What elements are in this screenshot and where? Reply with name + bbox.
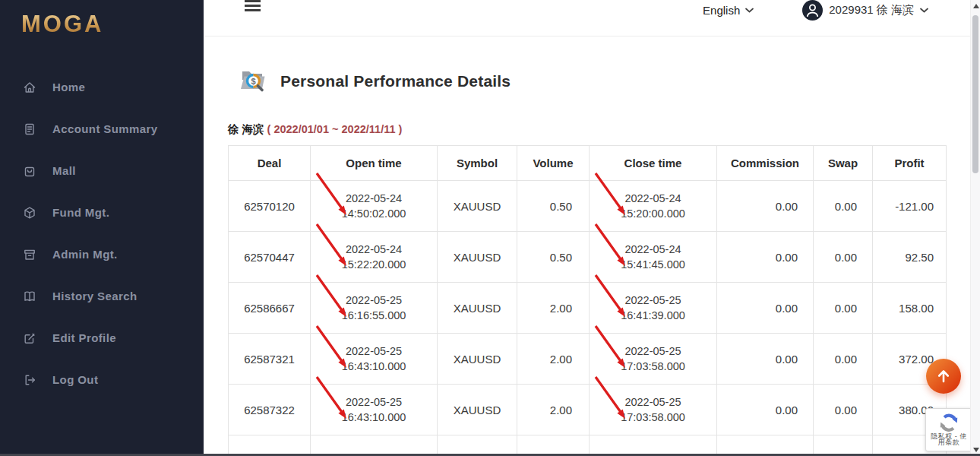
table-row: 62586667 2022-05-2516:16:55.000 XAUUSD 2… <box>229 283 947 334</box>
column-header-profit: Profit <box>873 146 947 181</box>
commission-cell: 0.00 <box>717 181 814 232</box>
sidebar: MOGA Home Account Summary Mall Fund Mgt.… <box>0 0 204 456</box>
symbol-cell: XAUUSD <box>438 334 517 385</box>
main-content: English 2029931 徐 海滨 $ Perso <box>204 0 970 456</box>
performance-table: DealOpen timeSymbolVolumeClose timeCommi… <box>228 145 947 456</box>
symbol-cell: XAUUSD <box>438 181 517 232</box>
up-arrow-icon <box>936 369 951 384</box>
hamburger-menu-icon[interactable] <box>245 0 261 14</box>
profit-cell: -121.00 <box>873 181 947 232</box>
swap-cell <box>814 435 873 456</box>
close-time-cell: 2022-05-2415:41:45.000 <box>590 232 717 283</box>
swap-cell: 0.00 <box>814 283 873 334</box>
column-header-swap: Swap <box>814 146 873 181</box>
sidebar-item-admin-mgt[interactable]: Admin Mgt. <box>0 233 204 275</box>
page-title: Personal Performance Details <box>280 72 511 90</box>
volume-cell: 0.50 <box>517 181 590 232</box>
table-row: 62570447 2022-05-2415:22:20.000 XAUUSD 0… <box>229 232 947 283</box>
sidebar-menu: Home Account Summary Mall Fund Mgt. Admi… <box>0 66 204 401</box>
deal-cell: 62570447 <box>229 232 311 283</box>
open-time-cell: 2022-05-25 <box>311 435 438 456</box>
sidebar-item-edit-profile[interactable]: Edit Profile <box>0 317 204 359</box>
sidebar-item-fund-mgt[interactable]: Fund Mgt. <box>0 192 204 233</box>
sidebar-item-label: Home <box>52 81 85 93</box>
recaptcha-badge[interactable]: 隐私权 - 使 用条款 <box>925 408 972 451</box>
close-time-cell: 2022-05-2415:20:00.000 <box>590 181 717 232</box>
vertical-scrollbar[interactable] <box>970 0 980 456</box>
commission-cell <box>717 435 814 456</box>
column-header-close-time: Close time <box>590 146 717 181</box>
deal-cell: 62586667 <box>229 283 311 334</box>
close-time-cell: 2022-05-2517:03:58.000 <box>590 334 717 385</box>
sidebar-item-home[interactable]: Home <box>0 66 204 108</box>
symbol-cell <box>438 435 517 456</box>
deal-cell: 62570120 <box>229 181 311 232</box>
open-time-cell: 2022-05-2414:50:02.000 <box>311 181 438 232</box>
scrollbar-down-arrow-icon[interactable] <box>973 448 979 452</box>
sidebar-item-label: Admin Mgt. <box>52 248 118 261</box>
close-time-cell: 2022-05-2516:41:39.000 <box>590 283 717 334</box>
table-row: 62587321 2022-05-2516:43:10.000 XAUUSD 2… <box>229 334 947 385</box>
open-time-cell: 2022-05-2516:16:55.000 <box>311 283 438 334</box>
volume-cell: 0.50 <box>517 232 590 283</box>
scrollbar-thumb[interactable] <box>972 15 978 173</box>
shopping-bag-icon <box>23 164 36 178</box>
open-book-icon <box>23 290 36 303</box>
column-header-deal: Deal <box>229 146 311 181</box>
report-date-range: ( 2022/01/01 ~ 2022/11/11 ) <box>267 123 403 135</box>
sidebar-item-label: Edit Profile <box>52 331 116 344</box>
edit-icon <box>23 331 36 345</box>
sidebar-item-mall[interactable]: Mall <box>0 150 204 192</box>
volume-cell: 2.00 <box>517 385 590 435</box>
logout-icon <box>23 373 36 387</box>
user-menu[interactable]: 2029931 徐 海滨 <box>802 0 928 21</box>
table-row: 62587322 2022-05-2516:43:10.000 XAUUSD 2… <box>229 385 947 435</box>
chevron-down-icon <box>745 8 754 13</box>
scrollbar-up-arrow-icon[interactable] <box>973 4 979 8</box>
swap-cell: 0.00 <box>814 232 873 283</box>
profit-cell: 158.00 <box>873 283 947 334</box>
swap-cell: 0.00 <box>814 334 873 385</box>
archive-icon <box>23 248 36 261</box>
commission-cell: 0.00 <box>717 283 814 334</box>
sidebar-item-log-out[interactable]: Log Out <box>0 359 204 401</box>
open-time-cell: 2022-05-2516:43:10.000 <box>311 385 438 435</box>
table-header-row: DealOpen timeSymbolVolumeClose timeCommi… <box>229 146 947 181</box>
performance-folder-icon: $ <box>239 68 268 93</box>
topbar: English 2029931 徐 海滨 <box>204 0 970 36</box>
profit-cell: 92.50 <box>873 232 947 283</box>
home-icon <box>23 81 36 94</box>
deal-cell: 62587321 <box>229 334 311 385</box>
user-id-label: 2029931 徐 海滨 <box>829 3 914 17</box>
sidebar-item-history-search[interactable]: History Search <box>0 275 204 317</box>
language-selector[interactable]: English <box>703 4 754 17</box>
sidebar-item-label: Log Out <box>52 373 98 386</box>
symbol-cell: XAUUSD <box>438 385 517 435</box>
column-header-volume: Volume <box>517 146 590 181</box>
language-label: English <box>703 4 740 17</box>
scroll-to-top-button[interactable] <box>926 359 961 394</box>
cube-icon <box>23 206 36 220</box>
report-subtitle: 徐 海滨 ( 2022/01/01 ~ 2022/11/11 ) <box>228 122 402 137</box>
user-avatar-icon <box>802 0 823 21</box>
table-row: 2022-05-25 2022-05-25 <box>229 435 947 456</box>
table-row: 62570120 2022-05-2414:50:02.000 XAUUSD 0… <box>229 181 947 232</box>
swap-cell: 0.00 <box>814 181 873 232</box>
sidebar-item-account-summary[interactable]: Account Summary <box>0 108 204 150</box>
recaptcha-privacy-label[interactable]: 隐私权 - 使 用条款 <box>931 433 967 445</box>
column-header-commission: Commission <box>717 146 814 181</box>
sidebar-item-label: Fund Mgt. <box>52 206 109 219</box>
sidebar-item-label: Account Summary <box>52 122 158 135</box>
page-header: $ Personal Performance Details <box>239 68 511 93</box>
column-header-symbol: Symbol <box>438 146 517 181</box>
swap-cell: 0.00 <box>814 385 873 435</box>
commission-cell: 0.00 <box>717 334 814 385</box>
topbar-right: English 2029931 徐 海滨 <box>703 0 928 21</box>
deal-cell <box>229 435 311 456</box>
chevron-down-icon <box>920 8 928 13</box>
commission-cell: 0.00 <box>717 232 814 283</box>
document-icon <box>23 122 36 136</box>
column-header-open-time: Open time <box>311 146 438 181</box>
symbol-cell: XAUUSD <box>438 283 517 334</box>
deal-cell: 62587322 <box>229 385 311 435</box>
